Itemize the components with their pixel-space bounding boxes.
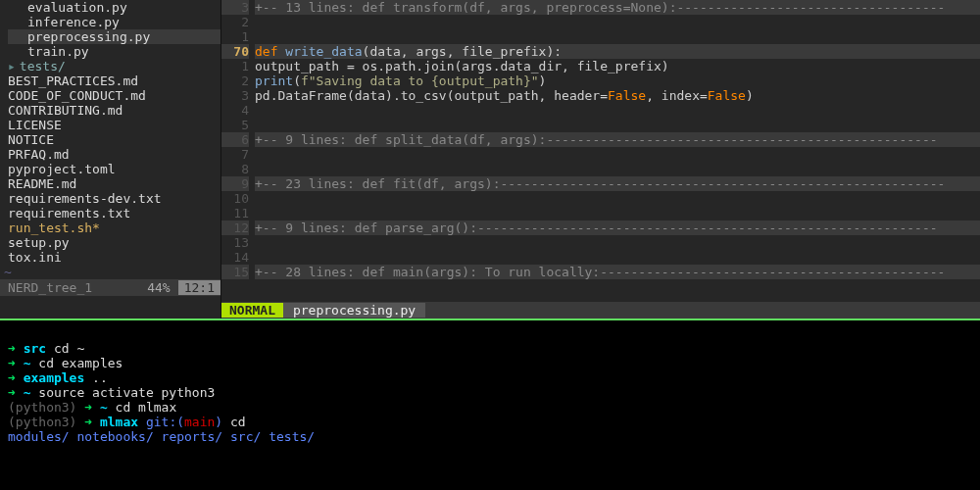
code-line[interactable]: print(f"Saving data to {output_path}") (255, 74, 980, 88)
terminal-line: ➜ examples .. (8, 370, 972, 385)
code-line[interactable] (255, 191, 980, 206)
tree-cursor-pos: 12:1 (178, 280, 220, 295)
code-line[interactable] (255, 250, 980, 265)
file-item[interactable]: tox.ini (8, 250, 220, 265)
terminal-line: ➜ ~ source activate python3 (8, 385, 972, 400)
terminal-line: (python3) ➜ mlmax git:(main) cd (8, 415, 972, 429)
fold-line[interactable]: +-- 23 lines: def fit(df, args):--------… (255, 176, 980, 191)
line-gutter: 32170123456789101112131415 (221, 0, 255, 279)
file-item[interactable]: CODE_OF_CONDUCT.md (8, 88, 220, 103)
fold-line[interactable]: +-- 13 lines: def transform(df, args, pr… (255, 0, 980, 15)
code-area[interactable]: +-- 13 lines: def transform(df, args, pr… (255, 0, 980, 279)
file-item[interactable]: pyproject.toml (8, 162, 220, 176)
code-line[interactable] (255, 206, 980, 220)
code-line[interactable] (255, 235, 980, 250)
code-line[interactable]: output_path = os.path.join(args.data_dir… (255, 59, 980, 74)
file-item[interactable]: ▸tests/ (8, 59, 220, 74)
file-item[interactable]: inference.py (8, 15, 220, 29)
tree-percent: 44% (139, 280, 177, 295)
file-item[interactable]: NOTICE (8, 132, 220, 147)
terminal-line: (python3) ➜ ~ cd mlmax (8, 400, 972, 415)
terminal-line: ➜ ~ cd examples (8, 356, 972, 370)
file-item[interactable]: requirements.txt (8, 206, 220, 220)
terminal-line: modules/ notebooks/ reports/ src/ tests/ (8, 429, 972, 444)
code-line[interactable] (255, 147, 980, 162)
file-item[interactable]: train.py (8, 44, 220, 59)
file-item[interactable]: CONTRIBUTING.md (8, 103, 220, 118)
file-item[interactable]: LICENSE (8, 118, 220, 132)
code-line[interactable] (255, 118, 980, 132)
file-item[interactable]: README.md (8, 176, 220, 191)
code-editor[interactable]: 32170123456789101112131415 +-- 13 lines:… (221, 0, 980, 318)
file-tree: evaluation.pyinference.pypreprocessing.p… (0, 0, 221, 318)
vim-mode: NORMAL (221, 303, 283, 318)
file-item[interactable]: evaluation.py (8, 0, 220, 15)
code-line[interactable] (255, 15, 980, 29)
fold-line[interactable]: +-- 9 lines: def split_data(df, args):--… (255, 132, 980, 147)
code-line[interactable] (255, 103, 980, 118)
editor-statusline: NORMAL preprocessing.py (221, 302, 980, 318)
code-line[interactable] (255, 162, 980, 176)
code-line[interactable] (255, 29, 980, 44)
file-item[interactable]: run_test.sh* (8, 220, 220, 235)
code-line[interactable]: def write_data(data, args, file_prefix): (255, 44, 980, 59)
code-line[interactable]: pd.DataFrame(data).to_csv(output_path, h… (255, 88, 980, 103)
file-item[interactable]: requirements-dev.txt (8, 191, 220, 206)
tree-name: NERD_tree_1 (0, 280, 139, 295)
file-item[interactable]: setup.py (8, 235, 220, 250)
file-item[interactable]: preprocessing.py (8, 29, 220, 44)
current-file: preprocessing.py (283, 303, 425, 318)
fold-line[interactable]: +-- 9 lines: def parse_arg():-----------… (255, 220, 980, 235)
fold-line[interactable]: +-- 28 lines: def main(args): To run loc… (255, 265, 980, 279)
tilde-marker: ~ (0, 265, 220, 279)
terminal[interactable]: ➜ src cd ~➜ ~ cd examples➜ examples ..➜ … (0, 320, 980, 490)
file-item[interactable]: BEST_PRACTICES.md (8, 74, 220, 88)
terminal-line: ➜ src cd ~ (8, 341, 972, 356)
file-item[interactable]: PRFAQ.md (8, 147, 220, 162)
sidebar-statusline: NERD_tree_1 44% 12:1 (0, 279, 220, 296)
